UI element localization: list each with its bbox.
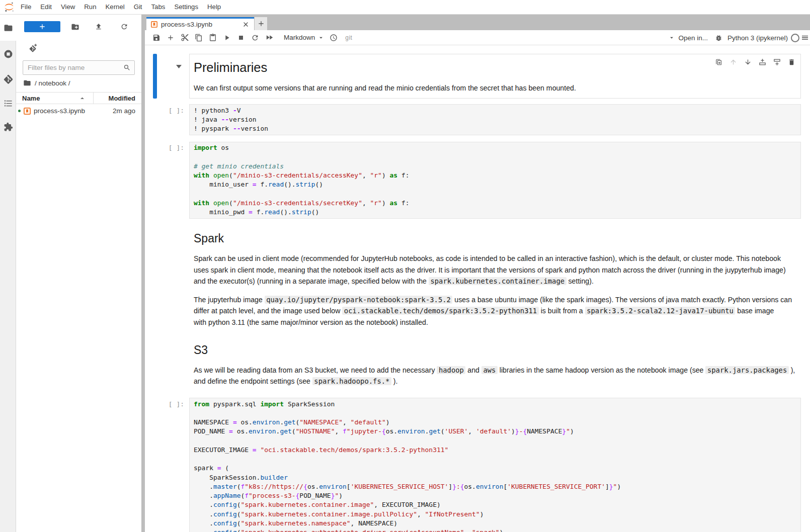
insert-cell-button[interactable]: [164, 31, 178, 44]
code-token: environ: [249, 427, 276, 435]
code-token: minio_user: [194, 181, 253, 188]
rendered-markdown[interactable]: S3As we will be reading data from an S3 …: [189, 334, 801, 392]
code-editor[interactable]: ! python3 -V! java --version! pyspark --…: [189, 104, 801, 135]
column-header-name[interactable]: Name: [16, 95, 71, 102]
code-token: get: [429, 427, 440, 435]
save-button[interactable]: [149, 31, 164, 44]
code-line: minio_pwd = f.read().strip(): [194, 208, 796, 217]
upload-button[interactable]: [92, 21, 106, 32]
menu-git[interactable]: Git: [129, 0, 147, 14]
code-token: (: [221, 464, 229, 472]
sidebar-tab-extension-manager[interactable]: [0, 114, 16, 140]
code-line: POD_NAME = os.environ.get("HOSTNAME", f"…: [194, 427, 796, 436]
code-cell[interactable]: [ ]:! python3 -V! java --version! pyspar…: [153, 104, 801, 135]
code-lines: ! python3 -V! java --version! pyspark --…: [194, 106, 796, 134]
restart-run-all-button[interactable]: [262, 31, 276, 44]
code-token: V: [237, 107, 241, 114]
menu-edit[interactable]: Edit: [36, 0, 56, 14]
cell-collapser[interactable]: [153, 54, 157, 99]
filter-files-input[interactable]: [23, 64, 123, 71]
menu-tabs[interactable]: Tabs: [147, 0, 170, 14]
cell-collapser[interactable]: [153, 398, 157, 532]
markdown-cell[interactable]: SparkSpark can be used in client mode (r…: [153, 222, 801, 333]
markdown-cell[interactable]: S3As we will be reading data from an S3 …: [153, 334, 801, 392]
markdown-cell[interactable]: PreliminariesWe can first output some ve…: [153, 54, 801, 99]
dock-tab[interactable]: process-s3.ipynb: [146, 17, 254, 30]
move-cell-up-button[interactable]: [730, 58, 737, 66]
code-token: =: [217, 464, 221, 472]
tab-label: process-s3.ipynb: [161, 21, 240, 28]
add-tab-button[interactable]: [255, 17, 267, 30]
insert-cell-above-button[interactable]: [759, 58, 766, 66]
code-token: ,: [417, 510, 425, 518]
menu-file[interactable]: File: [16, 0, 36, 14]
cut-cells-button[interactable]: [178, 31, 192, 44]
copy-cells-button[interactable]: [192, 31, 206, 44]
breadcrumb-home-icon[interactable]: [23, 79, 31, 87]
rendered-markdown[interactable]: PreliminariesWe can first output some ve…: [189, 54, 801, 99]
markdown-paragraph: We can first output some versions that a…: [194, 82, 796, 94]
kernel-name[interactable]: Python 3 (ipykernel): [727, 34, 788, 42]
breadcrumb[interactable]: / notebook /: [23, 79, 70, 87]
column-header-modified[interactable]: Modified: [94, 95, 141, 102]
sidebar-tab-running-sessions[interactable]: [0, 41, 16, 67]
sidebar-tab-git[interactable]: [0, 66, 16, 92]
git-toolbar-label[interactable]: git: [345, 34, 352, 41]
code-token: ): [570, 427, 574, 435]
menu-help[interactable]: Help: [203, 0, 225, 14]
inline-code: hadoop: [437, 366, 465, 374]
insert-cell-below-button[interactable]: [773, 58, 781, 66]
close-tab-button[interactable]: [240, 19, 251, 30]
code-line: with open("/minio-s3-credentials/accessK…: [194, 171, 796, 180]
cell-collapser[interactable]: [153, 142, 157, 219]
menu-view[interactable]: View: [56, 0, 79, 14]
cell-type-dropdown[interactable]: Markdown: [284, 34, 325, 41]
file-browser-panel: / notebook / Name Modified process-s3.ip…: [16, 15, 141, 532]
code-editor[interactable]: import os # get minio credentialswith op…: [189, 142, 801, 219]
restart-kernel-button[interactable]: [248, 31, 262, 44]
rendered-markdown[interactable]: SparkSpark can be used in client mode (r…: [189, 222, 801, 333]
menu-settings[interactable]: Settings: [170, 0, 203, 14]
execution-time-icon[interactable]: [327, 31, 341, 44]
cell-collapser[interactable]: [153, 104, 157, 135]
interrupt-kernel-button[interactable]: [234, 31, 248, 44]
menu-run[interactable]: Run: [79, 0, 101, 14]
sidebar-splitter[interactable]: [141, 15, 145, 532]
sort-ascending-icon[interactable]: [71, 94, 93, 103]
move-cell-down-button[interactable]: [744, 58, 752, 66]
debugger-bug-icon[interactable]: [712, 31, 726, 44]
paste-cells-button[interactable]: [206, 31, 220, 44]
code-line: .appName(f"process-s3-{POD_NAME}"): [194, 491, 796, 500]
run-cell-button[interactable]: [220, 31, 234, 44]
menu-kernel[interactable]: Kernel: [101, 0, 129, 14]
code-token: ): [480, 510, 484, 518]
code-cell[interactable]: [ ]:import os # get minio credentialswit…: [153, 142, 801, 219]
kernel-status-indicator[interactable]: [791, 34, 799, 42]
inline-code: spark.hadoopo.fs.*: [312, 377, 391, 385]
refresh-button[interactable]: [117, 21, 131, 32]
running-indicator-dot: [18, 110, 21, 112]
code-token: environ: [476, 483, 504, 490]
sidebar-tab-file-browser[interactable]: [0, 15, 17, 41]
code-token: SparkSession.: [194, 474, 260, 481]
code-token: ): [617, 483, 621, 490]
file-row[interactable]: process-s3.ipynb2m ago: [16, 105, 141, 117]
code-cell[interactable]: [ ]:from pyspark.sql import SparkSession…: [153, 398, 801, 532]
cell-collapser[interactable]: [153, 222, 157, 333]
code-token: config: [213, 528, 237, 532]
code-token: ! python3: [194, 107, 233, 114]
new-launcher-button[interactable]: [24, 21, 60, 32]
code-token: [209, 171, 213, 179]
code-editor[interactable]: from pyspark.sql import SparkSession NAM…: [189, 398, 801, 532]
code-token: ().: [280, 208, 291, 216]
sidebar-tab-table-of-contents[interactable]: [0, 90, 16, 116]
code-token: ): [382, 199, 390, 207]
delete-cell-button[interactable]: [788, 58, 795, 66]
open-in-dropdown[interactable]: Open in...: [668, 34, 708, 42]
git-clone-button[interactable]: [27, 43, 41, 54]
heading-collapser-icon[interactable]: [176, 65, 182, 69]
cell-collapser[interactable]: [153, 334, 157, 392]
new-folder-button[interactable]: [68, 21, 82, 32]
hamburger-menu-icon[interactable]: [800, 31, 810, 44]
duplicate-cell-button[interactable]: [715, 58, 722, 66]
